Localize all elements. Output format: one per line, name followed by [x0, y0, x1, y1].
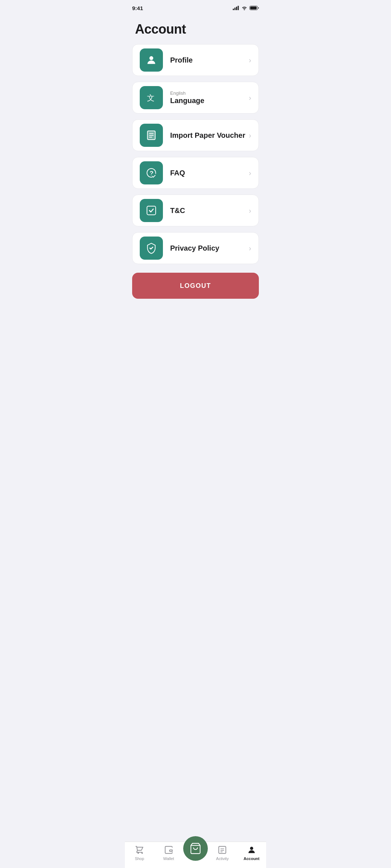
privacy-icon [146, 242, 157, 254]
menu-item-privacy-text: Privacy Policy [170, 244, 246, 252]
svg-text:文: 文 [147, 94, 155, 102]
profile-icon [146, 54, 157, 66]
profile-chevron: › [249, 56, 251, 64]
tnc-chevron: › [249, 207, 251, 215]
menu-item-faq-label: FAQ [170, 169, 246, 177]
menu-item-language-label: Language [170, 97, 246, 105]
voucher-icon [146, 129, 157, 141]
profile-icon-wrap [140, 48, 163, 72]
menu-item-tnc-label: T&C [170, 207, 246, 215]
language-chevron: › [249, 94, 251, 102]
privacy-chevron: › [249, 244, 251, 252]
menu-list: Profile › 文 English Language › Im [125, 44, 266, 264]
menu-item-profile-text: Profile [170, 56, 246, 64]
menu-item-faq[interactable]: ? FAQ › [132, 157, 259, 189]
menu-item-language-subtitle: English [170, 90, 246, 96]
tnc-icon-wrap [140, 199, 163, 222]
voucher-icon-wrap [140, 124, 163, 147]
menu-item-profile[interactable]: Profile › [132, 44, 259, 76]
tnc-icon [146, 205, 157, 216]
logout-area: LOGOUT [125, 264, 266, 305]
menu-item-privacy-label: Privacy Policy [170, 244, 246, 252]
svg-rect-1 [235, 8, 236, 10]
voucher-chevron: › [249, 131, 251, 140]
svg-point-6 [150, 56, 154, 60]
svg-rect-0 [233, 9, 234, 10]
menu-item-language[interactable]: 文 English Language › [132, 82, 259, 114]
page-header: Account [125, 16, 266, 44]
logout-button[interactable]: LOGOUT [132, 273, 259, 299]
menu-item-faq-text: FAQ [170, 169, 246, 177]
svg-rect-2 [236, 7, 237, 10]
signal-icon [233, 6, 239, 10]
menu-item-voucher[interactable]: Import Paper Voucher › [132, 119, 259, 151]
page-title: Account [135, 22, 256, 37]
menu-item-voucher-text: Import Paper Voucher [170, 131, 246, 140]
battery-icon [249, 6, 259, 10]
menu-item-voucher-label: Import Paper Voucher [170, 131, 246, 140]
wifi-icon [241, 6, 247, 10]
menu-item-tnc-text: T&C [170, 207, 246, 215]
menu-item-tnc[interactable]: T&C › [132, 195, 259, 226]
menu-item-privacy[interactable]: Privacy Policy › [132, 232, 259, 264]
faq-icon: ? [146, 167, 157, 179]
status-icons [233, 6, 259, 10]
faq-chevron: › [249, 169, 251, 177]
language-icon-wrap: 文 [140, 86, 163, 109]
privacy-icon-wrap [140, 237, 163, 260]
status-bar: 9:41 [125, 0, 266, 16]
menu-item-profile-label: Profile [170, 56, 246, 64]
status-time: 9:41 [132, 5, 143, 11]
faq-icon-wrap: ? [140, 161, 163, 184]
menu-item-language-text: English Language [170, 90, 246, 105]
svg-rect-3 [238, 6, 239, 10]
svg-rect-5 [250, 7, 257, 9]
svg-rect-16 [147, 206, 156, 215]
language-icon: 文 [146, 92, 157, 103]
